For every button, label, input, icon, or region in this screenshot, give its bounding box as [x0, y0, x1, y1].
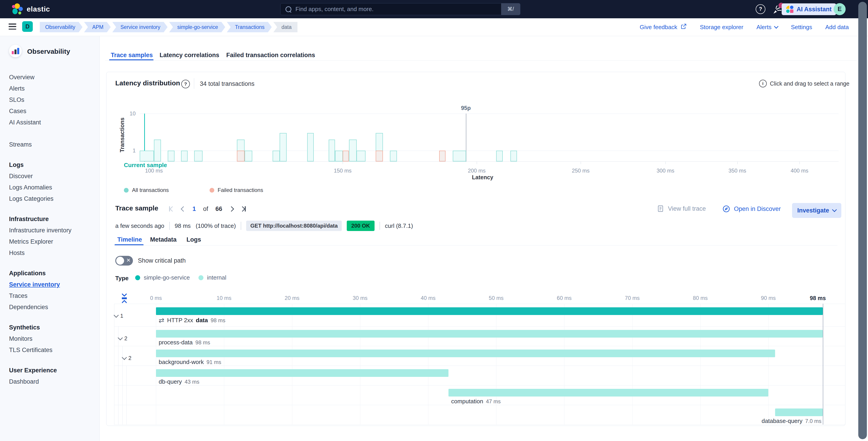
meta-separator: [169, 222, 170, 230]
histogram-bar[interactable]: [390, 150, 397, 162]
header-link-add-data[interactable]: Add data: [825, 24, 849, 31]
waterfall-accordion-background-work[interactable]: 2: [123, 355, 131, 361]
sidebar-item-service-inventory[interactable]: Service inventory: [0, 279, 100, 290]
breadcrumb-item-observability[interactable]: Observability: [40, 22, 83, 32]
investigate-label: Investigate: [797, 207, 829, 214]
newsfeed-icon[interactable]: [772, 4, 782, 15]
type-legend-internal[interactable]: internal: [198, 274, 226, 281]
header-link-storage-explorer[interactable]: Storage explorer: [700, 24, 743, 31]
sidebar-section-applications: Applications: [0, 268, 100, 279]
ai-assistant-button[interactable]: AI Assistant: [782, 3, 836, 15]
histogram-bar[interactable]: [245, 150, 252, 162]
histogram-bar[interactable]: [194, 150, 203, 162]
total-transactions-label: 34 total transactions: [200, 80, 254, 88]
histogram-bar[interactable]: [349, 140, 357, 162]
trace-percent: (100% of trace): [196, 223, 236, 229]
fold-accordions-icon[interactable]: [120, 293, 128, 304]
subtab-metadata[interactable]: Metadata: [150, 236, 177, 244]
tab-failed-transaction-correlations[interactable]: Failed transaction correlations: [226, 52, 315, 60]
waterfall-bar-computation[interactable]: [448, 389, 768, 397]
histogram-bar[interactable]: [280, 133, 287, 162]
histogram-failed-bar[interactable]: [376, 150, 383, 162]
global-search-input[interactable]: Find apps, content, and more. ⌘/: [280, 3, 520, 15]
waterfall-bar-process-data[interactable]: [156, 330, 823, 338]
histogram-bar[interactable]: [510, 150, 517, 162]
legend-failed-transactions[interactable]: Failed transactions: [210, 187, 263, 193]
elastic-logo[interactable]: elastic: [12, 3, 50, 15]
request-badge[interactable]: GET http://localhost:8080/api/data: [246, 220, 342, 231]
critical-path-toggle[interactable]: ×: [115, 256, 133, 266]
view-full-trace-button[interactable]: View full trace: [657, 205, 706, 212]
x-tick-label-250: 250 ms: [565, 168, 596, 174]
open-in-discover-button[interactable]: Open in Discover: [722, 205, 781, 213]
subtab-timeline[interactable]: Timeline: [117, 236, 142, 244]
sidebar-item-alerts[interactable]: Alerts: [0, 83, 100, 94]
pagination-first-button[interactable]: [169, 206, 174, 212]
type-legend-service[interactable]: simple-go-service: [135, 274, 190, 281]
waterfall-tick-0: 0 ms: [140, 295, 172, 301]
view-full-trace-label: View full trace: [668, 205, 706, 212]
sidebar-item-dashboard[interactable]: Dashboard: [0, 376, 100, 387]
header-link-give-feedback[interactable]: Give feedback: [640, 23, 687, 31]
histogram-bar[interactable]: [307, 133, 314, 162]
histogram-bar[interactable]: [496, 150, 503, 162]
sidebar-item-logs-anomalies[interactable]: Logs Anomalies: [0, 182, 100, 193]
sidebar-item-cases[interactable]: Cases: [0, 105, 100, 117]
histogram-bar[interactable]: [140, 150, 154, 162]
document-icon: [657, 205, 664, 212]
waterfall-bar-background-work[interactable]: [156, 349, 775, 357]
help-icon[interactable]: ?: [756, 4, 765, 14]
breadcrumb-item-apm[interactable]: APM: [84, 22, 111, 32]
histogram-bar[interactable]: [154, 140, 161, 162]
sidebar-item-streams[interactable]: Streams: [0, 139, 100, 150]
sidebar-item-monitors[interactable]: Monitors: [0, 333, 100, 344]
sidebar-title: Observability: [27, 48, 70, 55]
pagination-prev-button[interactable]: [182, 207, 185, 211]
menu-icon[interactable]: [8, 24, 16, 30]
histogram-failed-bar[interactable]: [237, 150, 245, 162]
breadcrumb-item-simple-go-service[interactable]: simple-go-service: [169, 22, 225, 32]
histogram-bar[interactable]: [181, 150, 188, 162]
latency-help-icon[interactable]: ?: [181, 80, 190, 88]
tab-trace-samples[interactable]: Trace samples: [111, 52, 153, 60]
user-avatar[interactable]: E: [834, 3, 846, 15]
header-link-settings[interactable]: Settings: [791, 24, 812, 31]
space-badge[interactable]: D: [22, 21, 33, 32]
header-link-alerts[interactable]: Alerts: [756, 24, 778, 31]
pagination-next-button[interactable]: [229, 207, 233, 211]
histogram-bar[interactable]: [335, 150, 343, 162]
sidebar-item-metrics-explorer[interactable]: Metrics Explorer: [0, 236, 100, 247]
breadcrumb-item-transactions[interactable]: Transactions: [227, 22, 272, 32]
waterfall-bar-database-query[interactable]: [775, 408, 823, 416]
histogram-bar[interactable]: [356, 150, 366, 162]
histogram-bar[interactable]: [453, 150, 466, 162]
histogram-bar[interactable]: [273, 150, 280, 162]
sidebar-item-tls-certificates[interactable]: TLS Certificates: [0, 344, 100, 355]
tab-latency-correlations[interactable]: Latency correlations: [160, 52, 219, 60]
histogram-failed-bar[interactable]: [439, 150, 445, 162]
sidebar-item-traces[interactable]: Traces: [0, 290, 100, 301]
x-tick-label-200: 200 ms: [461, 168, 493, 174]
waterfall-accordion-data[interactable]: 1: [114, 313, 123, 319]
subtab-logs[interactable]: Logs: [186, 236, 201, 244]
breadcrumb-item-service-inventory[interactable]: Service inventory: [112, 22, 167, 32]
sidebar-item-logs-categories[interactable]: Logs Categories: [0, 193, 100, 204]
sidebar-item-slos[interactable]: SLOs: [0, 94, 100, 105]
pagination-last-button[interactable]: [241, 206, 246, 212]
sidebar-item-hosts[interactable]: Hosts: [0, 247, 100, 259]
sidebar-item-ai-assistant[interactable]: AI Assistant: [0, 117, 100, 128]
sidebar-item-infrastructure-inventory[interactable]: Infrastructure inventory: [0, 225, 100, 236]
histogram-bar[interactable]: [329, 140, 335, 162]
investigate-button[interactable]: Investigate: [792, 203, 841, 218]
histogram-failed-bar[interactable]: [343, 150, 349, 162]
page-scrollbar[interactable]: [858, 2, 867, 439]
sidebar-item-discover[interactable]: Discover: [0, 170, 100, 182]
waterfall-bar-db-query[interactable]: [156, 369, 448, 377]
sidebar-item-overview[interactable]: Overview: [0, 72, 100, 83]
histogram-bar[interactable]: [168, 150, 175, 162]
waterfall-bar-data[interactable]: [156, 307, 823, 315]
breadcrumb-item-data[interactable]: data: [273, 22, 298, 32]
legend-all-transactions[interactable]: All transactions: [124, 187, 169, 193]
waterfall-accordion-process-data[interactable]: 2: [119, 335, 127, 342]
sidebar-item-dependencies[interactable]: Dependencies: [0, 301, 100, 313]
